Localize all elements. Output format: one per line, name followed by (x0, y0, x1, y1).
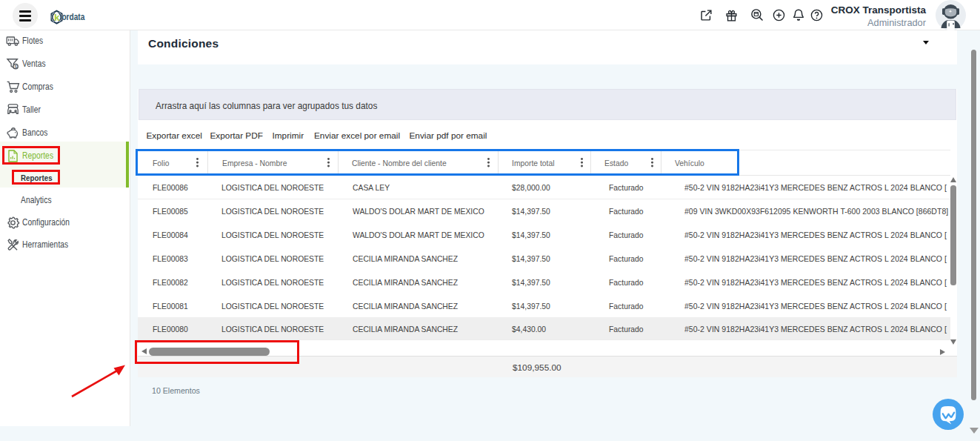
svg-text:ordata: ordata (61, 11, 85, 22)
svg-text:k: k (54, 12, 60, 23)
